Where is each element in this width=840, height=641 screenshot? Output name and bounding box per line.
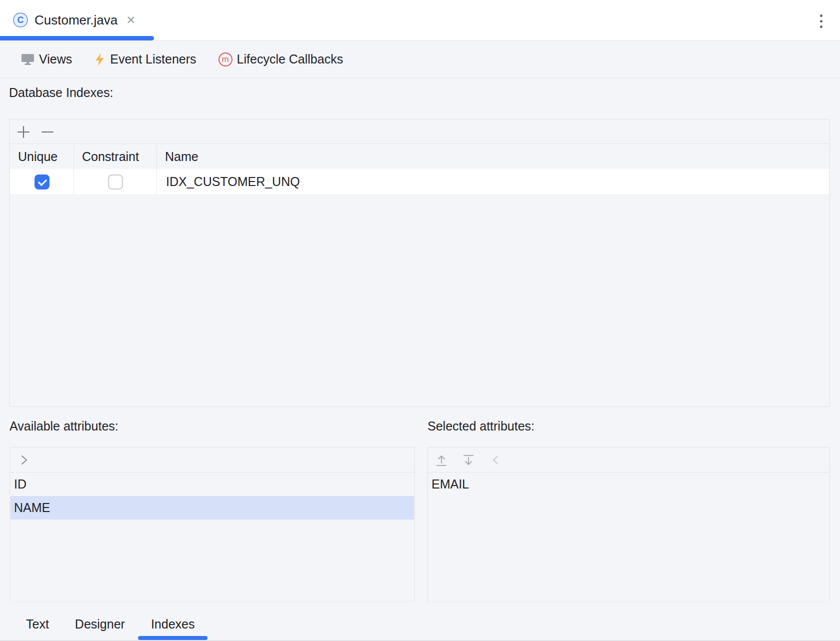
toolbar-item-views[interactable]: Views (21, 52, 72, 66)
toolbar-item-label: Event Listeners (110, 52, 196, 66)
toolbar-item-lifecycle-callbacks[interactable]: m Lifecycle Callbacks (218, 52, 344, 66)
tab-options-kebab-icon[interactable] (819, 14, 824, 29)
move-up-button[interactable] (434, 452, 449, 468)
tab-text[interactable]: Text (13, 608, 62, 640)
java-class-icon: C (13, 12, 28, 28)
unique-cell (10, 169, 74, 194)
lightning-icon (94, 52, 106, 66)
available-attributes-label: Available attributes: (10, 419, 118, 434)
toolbar-item-label: Lifecycle Callbacks (237, 52, 344, 66)
editor-screen: C Customer.java ✕ Views (0, 0, 840, 641)
add-index-button[interactable] (16, 125, 30, 139)
view-tabs-bar: Text Designer Indexes (0, 602, 840, 641)
selected-attributes-label: Selected attributes: (428, 419, 534, 434)
constraint-checkbox[interactable] (108, 174, 123, 190)
tab-designer[interactable]: Designer (62, 608, 138, 640)
indexes-table-header: Unique Constraint Name (10, 144, 829, 169)
tab-title: Customer.java (34, 12, 118, 28)
toolbar-item-label: Views (39, 52, 72, 66)
constraint-cell (74, 169, 157, 194)
designer-toolbar: Views Event Listeners m Lifecycle Callba… (0, 41, 840, 78)
table-row[interactable]: IDX_CUSTOMER_UNQ (10, 169, 829, 195)
indexes-table-toolbar (10, 120, 829, 144)
index-name-cell[interactable]: IDX_CUSTOMER_UNQ (157, 169, 829, 194)
tab-customer-java[interactable]: C Customer.java ✕ (0, 0, 144, 40)
tab-label: Indexes (151, 617, 195, 632)
column-header-unique[interactable]: Unique (10, 144, 74, 169)
database-indexes-label: Database Indexes: (9, 86, 113, 100)
column-header-constraint[interactable]: Constraint (74, 144, 157, 169)
list-item-label: NAME (14, 500, 50, 515)
move-down-button[interactable] (461, 452, 476, 468)
tab-indexes[interactable]: Indexes (138, 608, 208, 640)
active-tab-indicator (0, 36, 154, 40)
selected-attributes-panel: EMAIL (427, 447, 830, 602)
list-item-label: EMAIL (432, 477, 469, 492)
indexes-table-panel: Unique Constraint Name IDX_CUSTOMER_UNQ (9, 119, 830, 407)
toolbar-item-event-listeners[interactable]: Event Listeners (94, 52, 196, 66)
monitor-icon (21, 53, 34, 66)
tab-label: Designer (75, 617, 125, 632)
available-attributes-panel: ID NAME (10, 447, 415, 602)
close-icon[interactable]: ✕ (126, 14, 136, 26)
move-left-button[interactable] (488, 452, 503, 468)
remove-index-button[interactable] (40, 125, 54, 139)
list-item-email[interactable]: EMAIL (428, 472, 829, 496)
tab-label: Text (26, 617, 49, 632)
move-right-button[interactable] (16, 452, 32, 468)
available-attributes-toolbar (10, 448, 414, 472)
selected-attributes-toolbar (428, 448, 829, 472)
column-header-name[interactable]: Name (157, 144, 829, 169)
list-item-id[interactable]: ID (10, 472, 414, 496)
list-item-name[interactable]: NAME (10, 496, 414, 520)
list-item-label: ID (14, 477, 26, 492)
method-icon: m (218, 52, 232, 66)
unique-checkbox[interactable] (34, 174, 50, 190)
editor-tab-bar: C Customer.java ✕ (0, 0, 840, 40)
